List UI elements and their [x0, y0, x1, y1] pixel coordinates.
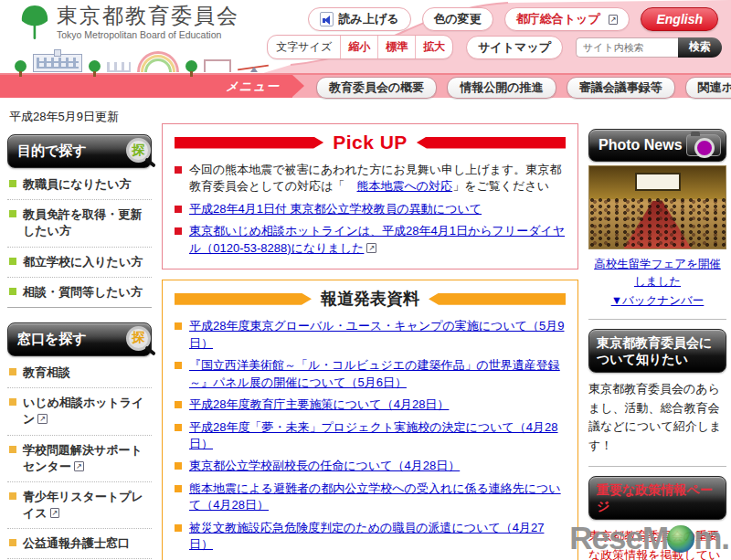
sidebar-item[interactable]: 教育相談 — [7, 358, 152, 388]
news-item: 平成28年度「夢・未来」プロジェクト実施校の決定について（4月28日） — [175, 417, 566, 456]
font-standard-button[interactable]: 標準 — [377, 36, 415, 58]
font-enlarge-button[interactable]: 拡大 — [415, 36, 452, 58]
sidebar-item[interactable]: 学校問題解決サポートセンター↗ — [7, 436, 152, 482]
news-item: 平成28年度東京グローバル・ユース・キャンプの実施について（5月9日） — [175, 315, 566, 354]
updated-date: 平成28年5月9日更新 — [9, 109, 152, 125]
sitemap-button[interactable]: サイトマップ — [466, 36, 563, 59]
press-release-list: 平成28年度東京グローバル・ユース・キャンプの実施について（5月9日） 『国立西… — [175, 315, 566, 560]
news-link[interactable]: 東京都公立学校副校長の任命について（4月28日） — [189, 459, 460, 472]
sidebar-item[interactable]: 都立学校に入りたい方 — [7, 248, 152, 278]
pickup-item: 今回の熊本地震で被害にあわれた方にお見舞い申し上げます。東京都教育委員会としての… — [175, 159, 566, 198]
menu-item-disclosure[interactable]: 情報公開の推進 — [447, 77, 556, 99]
right-sidebar: Photo News 高校生留学フェアを開催しました ▼バックナンバー 東京都教… — [588, 129, 726, 560]
rainbow-icon — [137, 51, 179, 72]
news-item: 平成28年度教育庁主要施策について（4月28日） — [175, 394, 566, 416]
photo-news-button[interactable]: Photo News — [588, 129, 726, 162]
external-link-icon: ↗ — [609, 15, 619, 25]
news-link[interactable]: 『国立西洋美術館～「ル・コルビュジエの建築作品」の世界遺産登録～』パネル展の開催… — [189, 358, 560, 388]
header: 東京都教育委員会 Tokyo Metropolitan Board of Edu… — [0, 0, 731, 73]
backnumber: ▼バックナンバー — [588, 293, 726, 309]
site-search: 検索 — [576, 37, 722, 58]
header-toolbar-row1: 読み上げる 色の変更 都庁総合トップ ↗ English — [308, 7, 718, 31]
pickup-box: Pick UP 今回の熊本地震で被害にあわれた方にお見舞い申し上げます。東京都教… — [162, 123, 578, 269]
orange-arrow-bar — [429, 293, 566, 305]
site-subtitle: Tokyo Metropolitan Board of Education — [57, 29, 239, 40]
pickup-link[interactable]: 東京都いじめ相談ホットラインは、平成28年4月1日からフリーダイヤル（0120-… — [189, 224, 565, 254]
news-link[interactable]: 熊本地震による避難者の都内公立学校への受入れに係る連絡先について（4月28日） — [189, 481, 561, 512]
auditorium-screen — [635, 173, 681, 191]
color-change-button[interactable]: 色の変更 — [422, 7, 493, 31]
sidebar-item[interactable]: いじめ相談ホットライン↗ — [7, 388, 152, 435]
main-column: Pick UP 今回の熊本地震で被害にあわれた方にお見舞い申し上げます。東京都教… — [162, 123, 578, 560]
backnumber-link[interactable]: ▼バックナンバー — [611, 294, 705, 307]
red-arrow-bar — [417, 137, 566, 149]
news-item: 『国立西洋美術館～「ル・コルビュジエの建築作品」の世界遺産登録～』パネル展の開催… — [175, 354, 566, 394]
header-illustration — [15, 50, 269, 72]
school-building-icon — [33, 54, 82, 72]
resemom-watermark: ReseMm. — [569, 520, 729, 556]
speaker-icon — [320, 12, 334, 26]
about-board-button[interactable]: 東京都教育委員会について知りたい — [588, 329, 726, 373]
page: 東京都教育委員会 Tokyo Metropolitan Board of Edu… — [0, 0, 731, 560]
tokyo-ginkgo-logo-icon — [20, 5, 49, 41]
search-by-counter-button[interactable]: 窓口を探す 探 — [7, 322, 152, 356]
english-button[interactable]: English — [641, 7, 718, 31]
divider — [588, 466, 726, 467]
sidebar-item[interactable]: 教員免許を取得・更新したい方 — [7, 200, 152, 247]
header-toolbar-row2: 文字サイズ 縮小 標準 拡大 サイトマップ 検索 — [267, 35, 722, 59]
tree-icon — [185, 60, 197, 72]
external-link-icon: ↗ — [50, 508, 60, 518]
logo-text: 東京都教育委員会 Tokyo Metropolitan Board of Edu… — [57, 5, 239, 41]
auditorium-audience — [589, 197, 726, 248]
metro-top-button[interactable]: 都庁総合トップ ↗ — [504, 7, 630, 31]
orange-arrow-bar — [175, 293, 312, 305]
news-link[interactable]: 平成28年度「夢・未来」プロジェクト実施校の決定について（4月28日） — [189, 420, 558, 450]
magnifier-icon: 探 — [126, 326, 151, 351]
menu-item-related[interactable]: 関連ホームページ — [685, 77, 731, 99]
pickup-header: Pick UP — [175, 132, 566, 153]
search-by-purpose-button[interactable]: 目的で探す 探 — [7, 134, 152, 168]
press-release-header: 報道発表資料 — [175, 288, 566, 310]
pickup-link[interactable]: 熊本地震への対応 — [357, 179, 453, 193]
news-link[interactable]: 平成28年度教育庁主要施策について（4月28日） — [189, 397, 449, 411]
policy-info-button[interactable]: 重要な政策情報ページ — [588, 476, 726, 520]
fence-icon — [107, 62, 131, 72]
counter-list: 教育相談 いじめ相談ホットライン↗ 学校問題解決サポートセンター↗ 青少年リスタ… — [7, 358, 152, 560]
photo-caption-link[interactable]: 高校生留学フェアを開催しました — [594, 258, 721, 288]
external-link-icon: ↗ — [366, 243, 376, 253]
news-item: 被災文教施設応急危険度判定のための職員の派遣について（4月27日） — [175, 517, 566, 556]
search-input[interactable] — [576, 37, 678, 58]
seesaw-icon — [238, 64, 269, 72]
sidebar-item[interactable]: 公益通報弁護士窓口 — [7, 529, 152, 559]
read-aloud-button[interactable]: 読み上げる — [308, 7, 411, 31]
sidebar-item[interactable]: 教職員になりたい方 — [7, 170, 152, 200]
search-button[interactable]: 検索 — [678, 37, 722, 58]
tree-icon — [15, 60, 26, 72]
site-title: 東京都教育委員会 — [57, 5, 239, 27]
menu-label: メニュー — [226, 79, 280, 95]
menu-buttons: 教育委員会の概要 情報公開の推進 審議会議事録等 関連ホームページ — [316, 77, 731, 99]
news-item: 被災地の生徒の都立学校への受入れについて（4月26日） — [175, 556, 566, 560]
menu-item-overview[interactable]: 教育委員会の概要 — [316, 77, 437, 99]
sidebar-item[interactable]: 青少年リスタートプレイス↗ — [7, 482, 152, 529]
site-logo[interactable]: 東京都教育委員会 Tokyo Metropolitan Board of Edu… — [20, 5, 239, 41]
menu-bar: メニュー 教育委員会の概要 情報公開の推進 審議会議事録等 関連ホームページ — [0, 73, 731, 98]
divider — [588, 319, 726, 320]
camera-icon — [686, 134, 721, 156]
font-size-control: 文字サイズ 縮小 標準 拡大 — [267, 35, 453, 59]
pickup-item: 平成28年4月1日付 東京都公立学校教員の異動について — [175, 198, 566, 220]
pickup-link[interactable]: 平成28年4月1日付 東京都公立学校教員の異動について — [189, 202, 482, 216]
playground-icon — [204, 59, 231, 72]
news-link[interactable]: 被災文教施設応急危険度判定のための職員の派遣について（4月27日） — [189, 521, 544, 551]
sidebar-item[interactable]: 相談・質問等したい方 — [7, 278, 152, 308]
news-link[interactable]: 平成28年度東京グローバル・ユース・キャンプの実施について（5月9日） — [189, 319, 565, 349]
photo-caption: 高校生留学フェアを開催しました — [588, 256, 726, 291]
font-size-label: 文字サイズ — [268, 36, 340, 58]
pickup-list: 今回の熊本地震で被害にあわれた方にお見舞い申し上げます。東京都教育委員会としての… — [175, 159, 566, 259]
font-shrink-button[interactable]: 縮小 — [340, 36, 377, 58]
external-link-icon: ↗ — [37, 414, 48, 424]
press-release-title: 報道発表資料 — [321, 288, 419, 310]
menu-item-minutes[interactable]: 審議会議事録等 — [567, 77, 675, 99]
pickup-item: 東京都いじめ相談ホットラインは、平成28年4月1日からフリーダイヤル（0120-… — [175, 220, 566, 259]
photo-news-image[interactable] — [588, 165, 726, 249]
